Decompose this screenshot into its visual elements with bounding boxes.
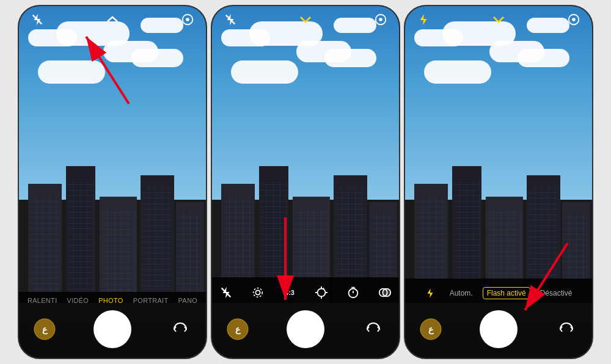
flash-options-bar: Autom. Flash activé Désactivé	[405, 278, 592, 307]
chevron-down-icon-2[interactable]	[297, 11, 314, 28]
settings-icon-2[interactable]	[372, 11, 389, 28]
flash-icon-2[interactable]	[222, 11, 239, 28]
top-bar-2	[212, 6, 399, 33]
shutter-row-3: ع	[405, 307, 592, 358]
bottom-area-3: Autom. Flash activé Désactivé ع	[405, 278, 592, 358]
flip-icon-3[interactable]	[555, 318, 577, 340]
bottom-area-1: RALENTI VIDÉO PHOTO PORTRAIT PANO ع	[19, 292, 206, 358]
svg-text:ع: ع	[235, 324, 241, 335]
svg-point-31	[573, 18, 575, 21]
shutter-button-2[interactable]	[287, 310, 324, 348]
tool-filter[interactable]	[376, 283, 394, 302]
mode-bar-1: RALENTI VIDÉO PHOTO PORTRAIT PANO	[19, 292, 206, 307]
chevron-up-icon[interactable]	[104, 11, 121, 28]
svg-line-20	[323, 288, 324, 289]
svg-point-15	[318, 289, 326, 297]
mode-ralenti[interactable]: RALENTI	[27, 297, 57, 304]
tool-timer[interactable]	[344, 283, 362, 302]
flash-bolt-icon[interactable]	[422, 285, 439, 302]
svg-point-21	[349, 289, 358, 298]
chevron-down-icon-3[interactable]	[490, 11, 507, 28]
flash-option-off[interactable]: Désactivé	[536, 288, 576, 299]
svg-point-11	[379, 18, 382, 21]
shutter-row-1: ع	[19, 307, 206, 358]
settings-icon-3[interactable]	[565, 11, 582, 28]
flash-icon-3-active[interactable]	[415, 11, 432, 28]
svg-point-25	[382, 289, 390, 297]
tool-exposure[interactable]	[312, 283, 331, 302]
flash-option-active[interactable]: Flash activé	[483, 287, 530, 299]
svg-point-4	[186, 18, 189, 21]
mode-photo[interactable]: PHOTO	[98, 297, 123, 304]
svg-text:ع: ع	[428, 324, 434, 335]
svg-point-14	[254, 288, 263, 297]
flip-icon-2[interactable]	[362, 318, 384, 340]
phone-1: RALENTI VIDÉO PHOTO PORTRAIT PANO ع	[18, 5, 207, 359]
settings-icon-1[interactable]	[179, 11, 196, 28]
shutter-row-2: ع	[212, 307, 399, 358]
mode-portrait[interactable]: PORTRAIT	[133, 297, 169, 304]
shutter-button-1[interactable]	[93, 310, 131, 348]
top-bar-3	[405, 6, 592, 33]
logo-1: ع	[34, 318, 56, 340]
mode-video[interactable]: VIDÉO	[67, 297, 89, 304]
phone-2: 4:3	[211, 5, 400, 359]
logo-3: ع	[420, 318, 442, 340]
mode-pano[interactable]: PANO	[178, 297, 197, 304]
svg-text:ع: ع	[42, 324, 48, 335]
phone-3: Autom. Flash activé Désactivé ع	[404, 5, 593, 359]
bottom-area-2: 4:3	[212, 277, 399, 358]
flash-icon-1[interactable]	[29, 11, 46, 28]
flash-option-auto[interactable]: Autom.	[446, 288, 477, 299]
logo-2: ع	[227, 318, 249, 340]
top-bar-1	[19, 6, 206, 33]
tool-livephoto[interactable]	[249, 283, 267, 302]
svg-point-13	[255, 290, 260, 294]
flip-icon-1[interactable]	[169, 318, 191, 340]
tool-flash[interactable]	[217, 283, 235, 302]
shutter-button-3[interactable]	[480, 310, 518, 348]
tool-ratio[interactable]: 4:3	[280, 283, 299, 302]
tool-bar-2: 4:3	[212, 277, 399, 307]
